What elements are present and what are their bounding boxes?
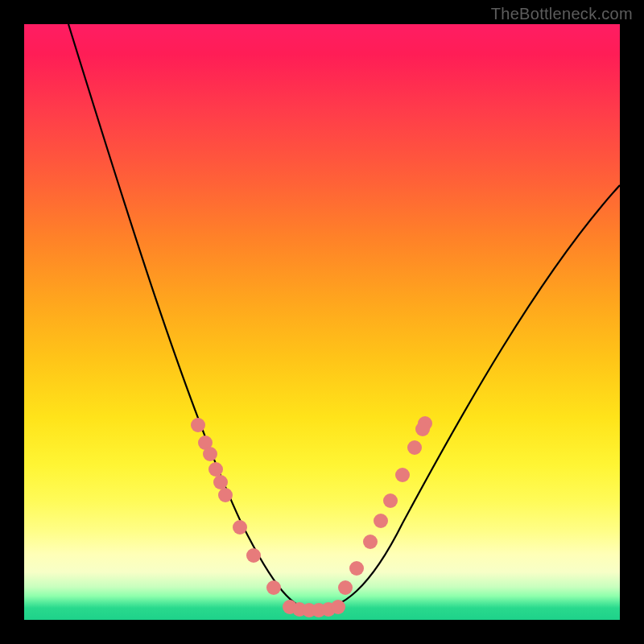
data-point — [331, 600, 345, 614]
data-point — [213, 475, 228, 489]
data-point — [191, 418, 205, 432]
data-point — [208, 462, 223, 477]
data-point — [218, 488, 233, 502]
data-point — [374, 514, 388, 528]
data-point — [349, 561, 364, 576]
data-point — [203, 447, 217, 461]
data-point — [395, 468, 410, 482]
bottleneck-curve — [68, 24, 620, 610]
data-point — [407, 440, 422, 455]
bottom-dots — [283, 600, 345, 617]
right-dots — [338, 416, 432, 595]
left-dots — [191, 418, 281, 595]
data-point — [246, 548, 261, 563]
chart-stage: TheBottleneck.com — [0, 0, 644, 644]
plot-area — [24, 24, 620, 620]
data-point — [363, 535, 378, 549]
watermark-text: TheBottleneck.com — [491, 5, 633, 23]
data-point — [415, 422, 430, 436]
data-point — [338, 580, 353, 595]
chart-overlay — [24, 24, 620, 620]
data-point — [383, 493, 398, 508]
data-point — [266, 580, 281, 595]
data-point — [233, 520, 247, 535]
